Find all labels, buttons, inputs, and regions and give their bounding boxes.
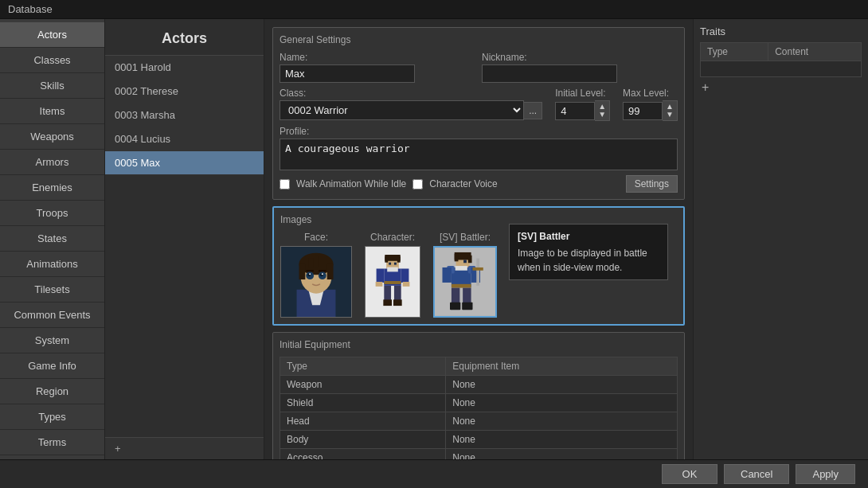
equip-col-type: Type <box>280 357 446 376</box>
sv-battler-svg <box>435 246 495 318</box>
tooltip-description: Image to be displayed in battle when in … <box>518 246 659 275</box>
svg-rect-26 <box>384 281 401 284</box>
profile-textarea[interactable]: A courageous warrior <box>280 139 678 170</box>
traits-col-content: Content <box>768 43 862 61</box>
svg-rect-50 <box>443 267 452 283</box>
initial-level-arrows[interactable]: ▲▼ <box>595 100 610 121</box>
walk-anim-checkbox[interactable] <box>280 179 290 189</box>
class-select[interactable]: 0002 Warrior <box>280 100 524 120</box>
initial-level-label: Initial Level: <box>555 88 610 99</box>
cancel-button[interactable]: Cancel <box>724 464 789 484</box>
titlebar: Database <box>0 0 868 19</box>
images-panel: Images Face: <box>272 206 685 326</box>
actor-item-0003[interactable]: 0003 Marsha <box>105 103 264 127</box>
nickname-label: Nickname: <box>482 52 678 63</box>
equip-row-weapon[interactable]: Weapon None <box>280 376 678 394</box>
name-group: Name: <box>280 52 475 83</box>
actor-item-0005[interactable]: 0005 Max <box>105 151 264 175</box>
svg-rect-39 <box>455 254 459 262</box>
traits-col-type: Type <box>701 43 768 61</box>
svg-rect-46 <box>452 288 459 305</box>
sidebar-item-tilesets[interactable]: Tilesets <box>0 277 104 303</box>
sidebar-item-armors[interactable]: Armors <box>0 150 104 175</box>
actor-item-0001[interactable]: 0001 Harold <box>105 56 264 80</box>
center-content: General Settings Name: Nickname: <box>264 19 693 459</box>
max-level-wrap: ▲▼ <box>623 100 678 121</box>
sidebar-item-types[interactable]: Types <box>0 404 104 430</box>
character-image[interactable] <box>365 246 420 318</box>
initial-level-input[interactable] <box>555 102 595 120</box>
sidebar-item-animations[interactable]: Animations <box>0 252 104 277</box>
svg-point-14 <box>309 273 311 275</box>
traits-table: Type Content <box>700 42 862 77</box>
equip-item-weapon: None <box>446 376 678 394</box>
sidebar-item-region[interactable]: Region <box>0 379 104 404</box>
sidebar: Actors Classes Skills Items Weapons Armo… <box>0 19 105 459</box>
profile-row: Profile: A courageous warrior <box>280 126 678 170</box>
svg-rect-54 <box>456 266 467 271</box>
apply-button[interactable]: Apply <box>796 464 855 484</box>
char-voice-checkbox[interactable] <box>412 179 423 189</box>
sv-battler-image[interactable] <box>433 246 497 318</box>
sidebar-item-states[interactable]: States <box>0 226 104 252</box>
svg-rect-9 <box>315 256 319 267</box>
sidebar-item-items[interactable]: Items <box>0 99 104 124</box>
initial-equipment-title: Initial Equipment <box>280 339 678 350</box>
sidebar-item-troops[interactable]: Troops <box>0 201 104 226</box>
sidebar-item-game-info[interactable]: Game Info <box>0 353 104 379</box>
svg-rect-22 <box>397 256 401 263</box>
ok-button[interactable]: OK <box>662 464 717 484</box>
traits-add-button[interactable]: + <box>700 77 862 98</box>
svg-rect-34 <box>403 282 410 287</box>
class-group: Class: 0002 Warrior ... <box>280 88 542 120</box>
equipment-table: Type Equipment Item Weapon None Shield <box>280 357 678 459</box>
max-level-arrows[interactable]: ▲▼ <box>663 100 678 121</box>
titlebar-label: Database <box>8 3 53 15</box>
equip-col-item: Equipment Item <box>446 357 678 376</box>
sidebar-item-classes[interactable]: Classes <box>0 48 104 73</box>
initial-level-wrap: ▲▼ <box>555 100 610 121</box>
face-image[interactable] <box>280 246 352 318</box>
right-panel: Traits Type Content + <box>693 19 868 459</box>
svg-rect-8 <box>308 259 313 268</box>
character-label: Character: <box>370 232 415 243</box>
actor-add-button[interactable]: + <box>105 437 264 459</box>
nickname-input[interactable] <box>482 64 617 83</box>
sidebar-item-skills[interactable]: Skills <box>0 73 104 99</box>
sidebar-item-terms[interactable]: Terms <box>0 430 104 455</box>
images-row: Face: <box>280 232 677 318</box>
svg-rect-52 <box>476 259 479 286</box>
svg-rect-6 <box>299 264 305 280</box>
equip-type-head: Head <box>280 412 446 431</box>
character-sprite-svg <box>366 246 420 318</box>
svg-rect-28 <box>394 286 401 301</box>
nickname-group: Nickname: <box>482 52 678 83</box>
equip-row-body[interactable]: Body None <box>280 431 678 449</box>
sidebar-item-enemies[interactable]: Enemies <box>0 175 104 201</box>
equip-row-accessory[interactable]: Accesso... None <box>280 449 678 460</box>
svg-point-15 <box>322 273 323 275</box>
sidebar-item-common-events[interactable]: Common Events <box>0 303 104 328</box>
middle: Actors Classes Skills Items Weapons Armo… <box>0 19 868 459</box>
svg-rect-53 <box>473 267 483 271</box>
equip-type-weapon: Weapon <box>280 376 446 394</box>
name-input[interactable] <box>280 64 415 83</box>
max-level-input[interactable] <box>623 102 663 120</box>
images-title: Images <box>280 214 677 225</box>
sidebar-item-weapons[interactable]: Weapons <box>0 124 104 150</box>
equip-item-head: None <box>446 412 678 431</box>
actor-item-0002[interactable]: 0002 Therese <box>105 80 264 103</box>
class-select-button[interactable]: ... <box>524 102 542 119</box>
sidebar-item-system[interactable]: System <box>0 328 104 353</box>
sidebar-item-actors[interactable]: Actors <box>0 22 104 48</box>
svg-rect-48 <box>450 303 460 310</box>
general-settings-panel: General Settings Name: Nickname: <box>272 27 685 200</box>
equip-row-shield[interactable]: Shield None <box>280 394 678 412</box>
actor-item-0004[interactable]: 0004 Lucius <box>105 127 264 151</box>
equip-item-accessory: None <box>446 449 678 460</box>
svg-rect-47 <box>463 288 471 305</box>
tooltip-title: [SV] Battler <box>518 229 659 244</box>
equip-row-head[interactable]: Head None <box>280 412 678 431</box>
settings-button[interactable]: Settings <box>626 175 678 193</box>
max-level-group: Max Level: ▲▼ <box>623 88 678 121</box>
